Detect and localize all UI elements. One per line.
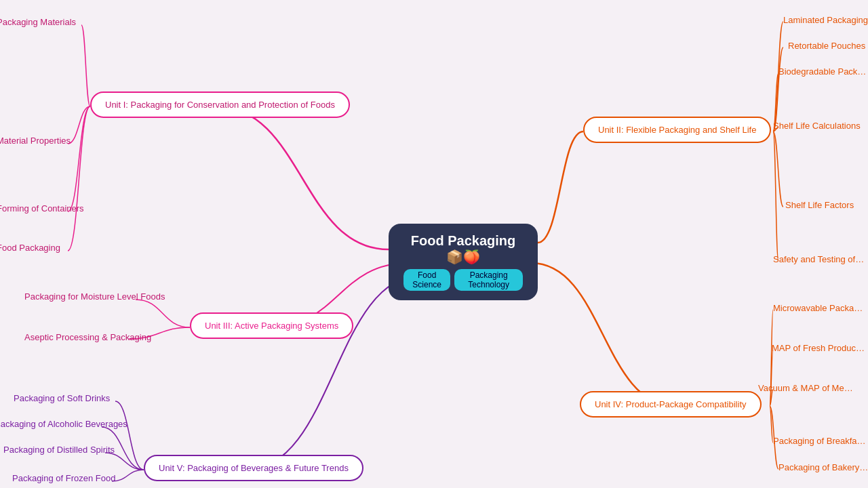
leaf-soft-drinks: Packaging of Soft Drinks: [14, 393, 110, 403]
leaf-shelf-life-calc: Shelf Life Calculations: [773, 121, 861, 131]
unit2-node[interactable]: Unit II: Flexible Packaging and Shelf Li…: [583, 117, 771, 143]
unit5-node[interactable]: Unit V: Packaging of Beverages & Future …: [144, 455, 363, 481]
leaf-safety-testing: Safety and Testing of…: [773, 254, 864, 264]
leaf-vacuum-map: Vacuum & MAP of Me…: [758, 383, 853, 393]
leaf-laminated: Laminated Packaging: [783, 15, 868, 25]
leaf-aseptic: Aseptic Processing & Packaging: [24, 332, 151, 342]
leaf-moisture-foods: Packaging for Moisture Level Foods: [24, 291, 165, 302]
tag-packaging-tech[interactable]: Packaging Technology: [454, 269, 523, 291]
leaf-packaging-materials: Packaging Materials: [0, 17, 76, 27]
unit2-label: Unit II: Flexible Packaging and Shelf Li…: [598, 125, 756, 135]
leaf-bakery: Packaging of Bakery…: [778, 462, 868, 472]
leaf-food-packaging: Food Packaging: [0, 243, 60, 253]
leaf-map-fresh: MAP of Fresh Produc…: [772, 343, 865, 353]
unit1-label: Unit I: Packaging for Conservation and P…: [105, 100, 335, 110]
unit4-label: Unit IV: Product-Package Compatibility: [595, 399, 747, 409]
leaf-forming-containers: Forming of Containers: [0, 203, 84, 214]
leaf-shelf-life-factors: Shelf Life Factors: [785, 200, 854, 210]
leaf-material-properties: Material Properties: [0, 136, 71, 146]
leaf-distilled: Packaging of Distilled Spirits: [3, 445, 115, 455]
tag-food-science[interactable]: Food Science: [403, 269, 450, 291]
leaf-frozen: Packaging of Frozen Food: [12, 473, 115, 483]
leaf-microwavable: Microwavable Packa…: [773, 303, 863, 313]
leaf-alcoholic: Packaging of Alcoholic Beverages: [0, 419, 127, 429]
center-node[interactable]: Food Packaging 📦🍑 Food Science Packaging…: [389, 224, 538, 300]
leaf-breakfast: Packaging of Breakfa…: [773, 436, 866, 446]
unit3-label: Unit III: Active Packaging Systems: [205, 321, 338, 331]
center-title: Food Packaging 📦🍑: [403, 233, 523, 265]
unit4-node[interactable]: Unit IV: Product-Package Compatibility: [580, 391, 762, 418]
unit3-node[interactable]: Unit III: Active Packaging Systems: [190, 312, 353, 339]
unit5-label: Unit V: Packaging of Beverages & Future …: [159, 463, 349, 473]
leaf-retortable: Retortable Pouches: [788, 41, 865, 51]
unit1-node[interactable]: Unit I: Packaging for Conservation and P…: [90, 92, 350, 118]
leaf-biodegradable: Biodegradable Pack…: [778, 66, 866, 77]
